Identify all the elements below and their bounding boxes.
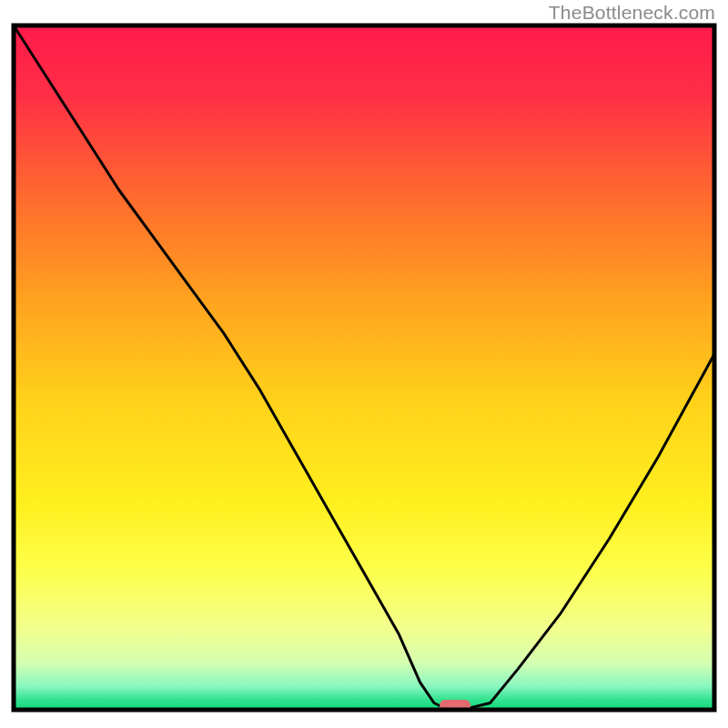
bottleneck-chart xyxy=(0,0,728,728)
chart-container: TheBottleneck.com xyxy=(0,0,728,728)
attribution-label: TheBottleneck.com xyxy=(549,2,715,24)
plot-background xyxy=(14,25,714,710)
